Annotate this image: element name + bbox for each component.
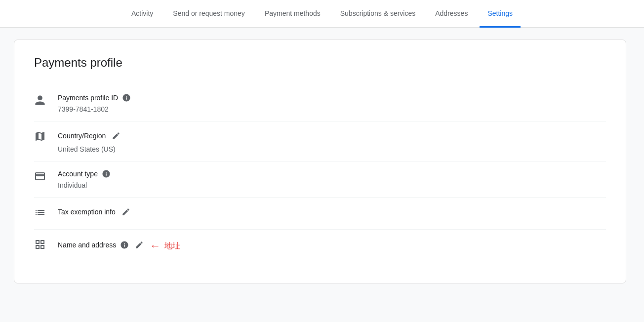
nav-payment-methods[interactable]: Payment methods xyxy=(257,0,328,28)
person-icon xyxy=(34,93,58,106)
main-content: Payments profile Payments profile ID 739 xyxy=(6,28,638,295)
account-type-label: Account type xyxy=(58,170,98,178)
name-address-edit-button[interactable] xyxy=(133,239,146,251)
account-type-content: Account type Individual xyxy=(58,169,606,189)
nav-subscriptions[interactable]: Subscriptions & services xyxy=(332,0,424,28)
account-card-icon xyxy=(34,169,58,182)
name-address-content: Name and address ← 地址 xyxy=(58,238,606,255)
country-edit-button[interactable] xyxy=(110,129,122,142)
profile-id-label: Payments profile ID xyxy=(58,94,118,102)
profile-id-value: 7399-7841-1802 xyxy=(58,105,606,113)
list-icon xyxy=(34,205,58,218)
country-value: United States (US) xyxy=(58,145,606,153)
nav-activity[interactable]: Activity xyxy=(123,0,161,28)
country-content: Country/Region United States (US) xyxy=(58,129,606,153)
annotation-container: ← 地址 xyxy=(150,240,180,252)
nav-addresses[interactable]: Addresses xyxy=(427,0,476,28)
profile-id-info-icon[interactable] xyxy=(122,93,131,102)
page-title: Payments profile xyxy=(34,56,606,70)
account-type-value: Individual xyxy=(58,181,606,189)
name-address-header: Name and address ← 地址 xyxy=(58,238,606,252)
top-navigation: Activity Send or request money Payment m… xyxy=(0,0,644,28)
chinese-annotation: 地址 xyxy=(164,241,180,251)
map-icon xyxy=(34,129,58,142)
nav-send-request[interactable]: Send or request money xyxy=(165,0,253,28)
name-address-info-icon[interactable] xyxy=(120,241,129,249)
tax-exemption-content: Tax exemption info xyxy=(58,205,606,221)
account-type-row: Account type Individual xyxy=(34,161,606,198)
tax-exemption-edit-button[interactable] xyxy=(120,205,132,218)
tax-exemption-label: Tax exemption info xyxy=(58,208,116,216)
country-row: Country/Region United States (US) xyxy=(34,121,606,161)
account-type-info-icon[interactable] xyxy=(102,169,111,178)
profile-id-header: Payments profile ID xyxy=(58,93,606,102)
country-label: Country/Region xyxy=(58,132,106,140)
tax-exemption-header: Tax exemption info xyxy=(58,205,606,218)
name-address-label: Name and address xyxy=(58,241,116,249)
profile-id-row: Payments profile ID 7399-7841-1802 xyxy=(34,85,606,121)
grid-icon xyxy=(34,238,58,250)
settings-card: Payments profile Payments profile ID 739 xyxy=(14,40,626,283)
country-header: Country/Region xyxy=(58,129,606,142)
nav-settings[interactable]: Settings xyxy=(480,0,521,28)
name-address-row: Name and address ← 地址 xyxy=(34,230,606,263)
account-type-header: Account type xyxy=(58,169,606,178)
tax-exemption-row: Tax exemption info xyxy=(34,198,606,230)
profile-id-content: Payments profile ID 7399-7841-1802 xyxy=(58,93,606,113)
red-arrow-icon: ← xyxy=(150,240,161,252)
